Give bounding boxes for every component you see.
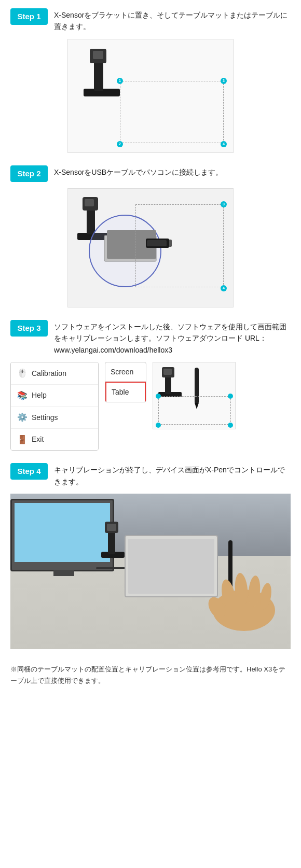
menu-item-help[interactable]: 📚 Help [11,385,98,407]
step3-dot-2 [156,423,161,428]
svg-rect-22 [107,524,116,531]
step4-row: Step 4 キャリブレーションが終了し、デバイス画面がX-Penでコントロール… [10,463,291,487]
settings-icon: ⚙️ [17,411,28,424]
page-container: Step 1 X-Sensorをブラケットに置き、そしてテーブルマットまたはテー… [0,0,301,695]
step3-menu-area: 🖱️ Calibration 📚 Help ⚙️ Settings 🚪 Exit [10,362,291,451]
step4-sensor-svg [99,520,127,561]
step2-text: X-SensorをUSBケーブルでパソコンに接続します。 [54,165,223,178]
step1-section: Step 1 X-Sensorをブラケットに置き、そしてテーブルマットまたはテー… [10,8,291,153]
submenu-screen-label: Screen [111,368,133,376]
help-icon: 📚 [17,389,28,402]
step4-text: キャリブレーションが終了し、デバイス画面がX-Penでコントロールできます。 [54,463,291,487]
step2-dot-4: 4 [221,285,227,291]
help-label: Help [32,389,47,401]
step3-calib-rect [158,396,231,425]
submenu-screen[interactable]: Screen [105,362,146,382]
sensor-device-svg [78,45,125,102]
menu-panel: 🖱️ Calibration 📚 Help ⚙️ Settings 🚪 Exit [10,362,99,451]
calibration-rect [120,81,224,143]
settings-label: Settings [32,412,58,423]
step2-badge: Step 2 [10,165,48,182]
step2-row: Step 2 X-SensorをUSBケーブルでパソコンに接続します。 [10,165,291,182]
menu-item-settings[interactable]: ⚙️ Settings [11,407,98,429]
submenu-panel: Screen Table [105,362,146,402]
svg-rect-16 [163,369,172,375]
step3-section: Step 3 ソフトウェアをインストールした後、ソフトウェアを使用して画面範囲を… [10,320,291,451]
dot-3: 3 [221,78,227,84]
svg-rect-7 [85,199,94,206]
step3-text: ソフトウェアをインストールした後、ソフトウェアを使用して画面範囲をキャリブレーシ… [54,320,291,356]
dot-1: 1 [117,78,123,84]
step3-dot-3 [228,394,233,399]
step3-dot-4 [228,423,233,428]
step1-row: Step 1 X-Sensorをブラケットに置き、そしてテーブルマットまたはテー… [10,8,291,33]
footer-note: ※同梱のテーブルマットの配置位置とキャリブレーション位置は参考用です。Hello… [10,662,291,687]
step1-badge: Step 1 [10,8,48,25]
exit-icon: 🚪 [17,433,28,446]
step3-row: Step 3 ソフトウェアをインストールした後、ソフトウェアを使用して画面範囲を… [10,320,291,356]
step3-dot-1 [156,394,161,399]
step2-dot-3: 3 [221,201,227,207]
step1-text: X-Sensorをブラケットに置き、そしてテーブルマットまたはテーブルに置きます… [54,8,291,33]
step1-image: 1 2 3 4 [67,39,234,153]
step1-image-container: 1 2 3 4 [10,39,291,153]
dot-4: 4 [221,141,227,147]
step2-calibration-rect [135,204,224,287]
calibration-icon: 🖱️ [17,367,28,380]
step4-badge: Step 4 [10,463,48,480]
submenu-table-label: Table [112,388,129,396]
calibration-label: Calibration [32,368,66,379]
svg-rect-3 [93,51,103,59]
step2-section: Step 2 X-SensorをUSBケーブルでパソコンに接続します。 [10,165,291,307]
step3-badge: Step 3 [10,320,48,337]
monitor-screen [15,503,110,562]
submenu-table[interactable]: Table [105,382,146,401]
exit-label: Exit [32,433,44,445]
dot-2: 2 [117,141,123,147]
step3-right-image [153,362,236,429]
menu-item-calibration[interactable]: 🖱️ Calibration [11,362,98,385]
step2-image-container: 3 4 [10,188,291,307]
tablet-pad [125,535,218,597]
step2-image: 3 4 [67,188,234,307]
menu-item-exit[interactable]: 🚪 Exit [11,429,98,451]
step4-hand-svg [208,571,280,634]
step4-image-container [10,494,291,649]
step4-scene [10,494,291,649]
step4-section: Step 4 キャリブレーションが終了し、デバイス画面がX-Penでコントロール… [10,463,291,649]
